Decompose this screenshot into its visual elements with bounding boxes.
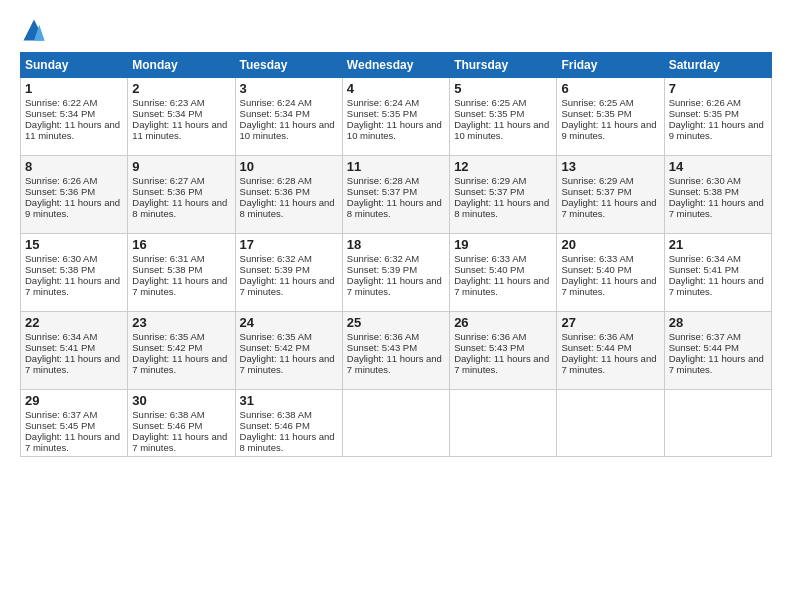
table-row: 31Sunrise: 6:38 AMSunset: 5:46 PMDayligh…: [235, 390, 342, 457]
col-friday: Friday: [557, 53, 664, 78]
table-row: 16Sunrise: 6:31 AMSunset: 5:38 PMDayligh…: [128, 234, 235, 312]
table-row: 2Sunrise: 6:23 AMSunset: 5:34 PMDaylight…: [128, 78, 235, 156]
header: [20, 16, 772, 44]
table-row: 25Sunrise: 6:36 AMSunset: 5:43 PMDayligh…: [342, 312, 449, 390]
calendar-header-row: Sunday Monday Tuesday Wednesday Thursday…: [21, 53, 772, 78]
table-row: 6Sunrise: 6:25 AMSunset: 5:35 PMDaylight…: [557, 78, 664, 156]
table-row: 27Sunrise: 6:36 AMSunset: 5:44 PMDayligh…: [557, 312, 664, 390]
table-row: [664, 390, 771, 457]
table-row: 9Sunrise: 6:27 AMSunset: 5:36 PMDaylight…: [128, 156, 235, 234]
table-row: 12Sunrise: 6:29 AMSunset: 5:37 PMDayligh…: [450, 156, 557, 234]
col-saturday: Saturday: [664, 53, 771, 78]
calendar-table: Sunday Monday Tuesday Wednesday Thursday…: [20, 52, 772, 457]
table-row: 17Sunrise: 6:32 AMSunset: 5:39 PMDayligh…: [235, 234, 342, 312]
table-row: 21Sunrise: 6:34 AMSunset: 5:41 PMDayligh…: [664, 234, 771, 312]
table-row: 28Sunrise: 6:37 AMSunset: 5:44 PMDayligh…: [664, 312, 771, 390]
col-thursday: Thursday: [450, 53, 557, 78]
table-row: 11Sunrise: 6:28 AMSunset: 5:37 PMDayligh…: [342, 156, 449, 234]
table-row: 1Sunrise: 6:22 AMSunset: 5:34 PMDaylight…: [21, 78, 128, 156]
logo: [20, 16, 52, 44]
col-monday: Monday: [128, 53, 235, 78]
table-row: 8Sunrise: 6:26 AMSunset: 5:36 PMDaylight…: [21, 156, 128, 234]
table-row: 13Sunrise: 6:29 AMSunset: 5:37 PMDayligh…: [557, 156, 664, 234]
table-row: 15Sunrise: 6:30 AMSunset: 5:38 PMDayligh…: [21, 234, 128, 312]
table-row: 18Sunrise: 6:32 AMSunset: 5:39 PMDayligh…: [342, 234, 449, 312]
table-row: 26Sunrise: 6:36 AMSunset: 5:43 PMDayligh…: [450, 312, 557, 390]
col-tuesday: Tuesday: [235, 53, 342, 78]
table-row: 3Sunrise: 6:24 AMSunset: 5:34 PMDaylight…: [235, 78, 342, 156]
table-row: 14Sunrise: 6:30 AMSunset: 5:38 PMDayligh…: [664, 156, 771, 234]
table-row: 29Sunrise: 6:37 AMSunset: 5:45 PMDayligh…: [21, 390, 128, 457]
table-row: 22Sunrise: 6:34 AMSunset: 5:41 PMDayligh…: [21, 312, 128, 390]
table-row: [557, 390, 664, 457]
table-row: [450, 390, 557, 457]
table-row: 19Sunrise: 6:33 AMSunset: 5:40 PMDayligh…: [450, 234, 557, 312]
logo-icon: [20, 16, 48, 44]
col-wednesday: Wednesday: [342, 53, 449, 78]
table-row: 20Sunrise: 6:33 AMSunset: 5:40 PMDayligh…: [557, 234, 664, 312]
table-row: 10Sunrise: 6:28 AMSunset: 5:36 PMDayligh…: [235, 156, 342, 234]
table-row: [342, 390, 449, 457]
table-row: 24Sunrise: 6:35 AMSunset: 5:42 PMDayligh…: [235, 312, 342, 390]
table-row: 23Sunrise: 6:35 AMSunset: 5:42 PMDayligh…: [128, 312, 235, 390]
table-row: 4Sunrise: 6:24 AMSunset: 5:35 PMDaylight…: [342, 78, 449, 156]
table-row: 30Sunrise: 6:38 AMSunset: 5:46 PMDayligh…: [128, 390, 235, 457]
col-sunday: Sunday: [21, 53, 128, 78]
table-row: 5Sunrise: 6:25 AMSunset: 5:35 PMDaylight…: [450, 78, 557, 156]
table-row: 7Sunrise: 6:26 AMSunset: 5:35 PMDaylight…: [664, 78, 771, 156]
page: Sunday Monday Tuesday Wednesday Thursday…: [0, 0, 792, 612]
